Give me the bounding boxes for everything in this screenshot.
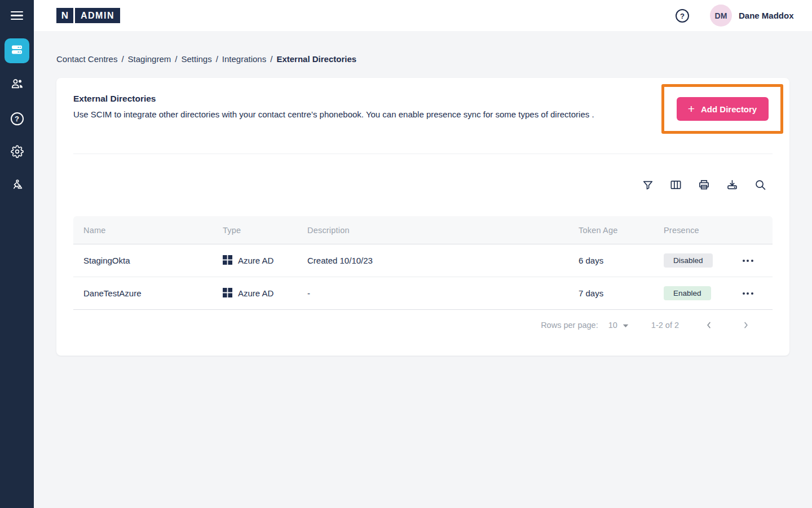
directory-description: Created 10/10/23 — [297, 256, 568, 265]
column-header-type: Type — [213, 226, 297, 235]
logo-n: N — [56, 8, 73, 23]
sidebar-item-contact-centres-active[interactable] — [5, 38, 29, 63]
presence-cell: Disabled — [654, 253, 723, 268]
breadcrumb-item[interactable]: Stagingrem — [128, 54, 171, 64]
breadcrumb-separator: / — [121, 54, 123, 64]
rows-per-page-value: 10 — [608, 321, 617, 330]
directory-type-label: Azure AD — [238, 288, 273, 298]
azure-ad-icon — [223, 288, 232, 299]
column-header-token-age: Token Age — [568, 226, 654, 235]
row-actions-kebab-icon[interactable] — [739, 289, 757, 298]
presence-badge: Disabled — [664, 253, 713, 268]
page-title: External Directories — [73, 94, 156, 104]
print-icon[interactable] — [698, 178, 710, 191]
directory-description: - — [297, 288, 568, 298]
pagination: Rows per page: 10 1-2 of 2 — [73, 310, 773, 340]
directory-type: Azure AD — [213, 288, 297, 299]
sidebar-item-users[interactable] — [0, 72, 34, 97]
directory-type: Azure AD — [213, 255, 297, 266]
roadwork-icon — [10, 178, 24, 194]
add-directory-button[interactable]: + Add Directory — [677, 97, 769, 121]
table-toolbar — [641, 178, 767, 191]
actions-cell — [723, 256, 773, 265]
breadcrumb-item[interactable]: Contact Centres — [56, 54, 117, 64]
directory-name: StagingOkta — [73, 256, 213, 265]
sidebar-item-settings[interactable] — [0, 140, 34, 165]
breadcrumb: Contact Centres / Stagingrem / Settings … — [56, 54, 356, 64]
external-directories-card: External Directories Use SCIM to integra… — [56, 78, 789, 356]
token-age: 7 days — [568, 288, 654, 298]
help-icon: ? — [11, 112, 24, 125]
add-directory-label: Add Directory — [701, 104, 757, 114]
columns-icon[interactable] — [669, 178, 682, 191]
plus-icon: + — [688, 103, 695, 115]
gear-icon — [11, 145, 24, 160]
caret-down-icon — [623, 321, 629, 330]
page-description: Use SCIM to integrate other directories … — [73, 110, 594, 119]
breadcrumb-separator: / — [175, 54, 177, 64]
breadcrumb-item[interactable]: Settings — [181, 54, 211, 64]
pagination-range: 1-2 of 2 — [651, 321, 679, 330]
app-logo[interactable]: N ADMIN — [56, 8, 120, 23]
chevron-right-icon[interactable] — [739, 318, 753, 332]
rows-per-page-select[interactable]: 10 — [608, 321, 629, 330]
avatar[interactable]: DM — [710, 5, 732, 27]
table-row[interactable]: DaneTestAzure Azure AD - 7 days Enabled — [73, 277, 773, 310]
rows-per-page-label: Rows per page: — [541, 321, 598, 330]
annotation-highlight: + Add Directory — [661, 84, 783, 134]
column-header-name: Name — [73, 226, 213, 235]
actions-cell — [723, 289, 773, 298]
sidebar: ? — [0, 0, 34, 508]
sidebar-item-roadwork[interactable] — [0, 174, 34, 199]
logo-admin: ADMIN — [75, 8, 120, 23]
search-icon[interactable] — [754, 178, 767, 191]
sidebar-item-help[interactable]: ? — [0, 106, 34, 131]
chevron-left-icon[interactable] — [701, 318, 716, 332]
table-header-row: Name Type Description Token Age Presence — [73, 216, 773, 244]
presence-cell: Enabled — [654, 286, 723, 300]
breadcrumb-separator: / — [270, 54, 272, 64]
users-icon — [10, 77, 24, 93]
help-icon[interactable]: ? — [676, 9, 689, 23]
directory-name: DaneTestAzure — [73, 288, 213, 298]
directory-type-label: Azure AD — [238, 256, 273, 265]
filter-icon[interactable] — [641, 178, 654, 191]
download-icon[interactable] — [726, 178, 739, 191]
table-row[interactable]: StagingOkta Azure AD Created 10/10/23 6 … — [73, 244, 773, 277]
column-header-presence: Presence — [654, 226, 723, 235]
azure-ad-icon — [223, 255, 232, 266]
directories-table: Name Type Description Token Age Presence… — [73, 216, 773, 340]
breadcrumb-item[interactable]: Integrations — [222, 54, 266, 64]
breadcrumb-separator: / — [216, 54, 218, 64]
breadcrumb-current: External Directories — [276, 54, 356, 64]
topbar: N ADMIN ? DM Dane Maddox — [34, 0, 812, 31]
token-age: 6 days — [568, 256, 654, 265]
divider — [73, 154, 773, 154]
servers-icon — [10, 42, 24, 59]
user-name[interactable]: Dane Maddox — [739, 0, 794, 31]
column-header-description: Description — [297, 226, 568, 235]
menu-icon[interactable] — [0, 0, 34, 31]
presence-badge: Enabled — [664, 286, 711, 300]
row-actions-kebab-icon[interactable] — [739, 256, 757, 265]
